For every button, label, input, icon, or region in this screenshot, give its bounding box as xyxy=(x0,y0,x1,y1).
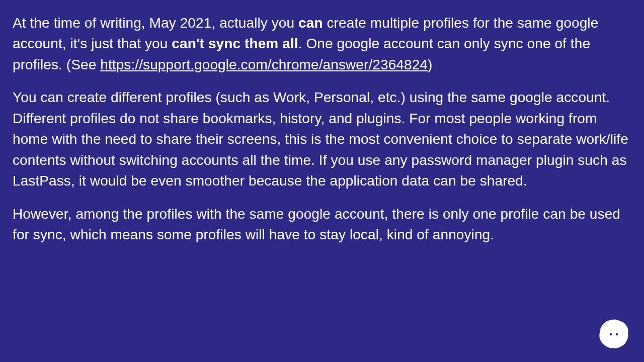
svg-point-0 xyxy=(610,333,612,336)
paragraph-1: At the time of writing, May 2021, actual… xyxy=(13,13,631,75)
svg-point-1 xyxy=(616,333,618,336)
paragraph-2: You can create different profiles (such … xyxy=(13,87,631,191)
support-link[interactable]: https://support.google.com/chrome/answer… xyxy=(100,57,428,72)
avatar-icon xyxy=(598,318,630,350)
paragraph-3: However, among the profiles with the sam… xyxy=(13,204,631,245)
answer-body: At the time of writing, May 2021, actual… xyxy=(13,13,631,245)
bold-cant-sync: can't sync them all xyxy=(172,36,298,51)
text-segment: At the time of writing, May 2021, actual… xyxy=(13,15,298,31)
bold-can: can xyxy=(298,15,323,31)
text-segment: ) xyxy=(428,57,432,72)
